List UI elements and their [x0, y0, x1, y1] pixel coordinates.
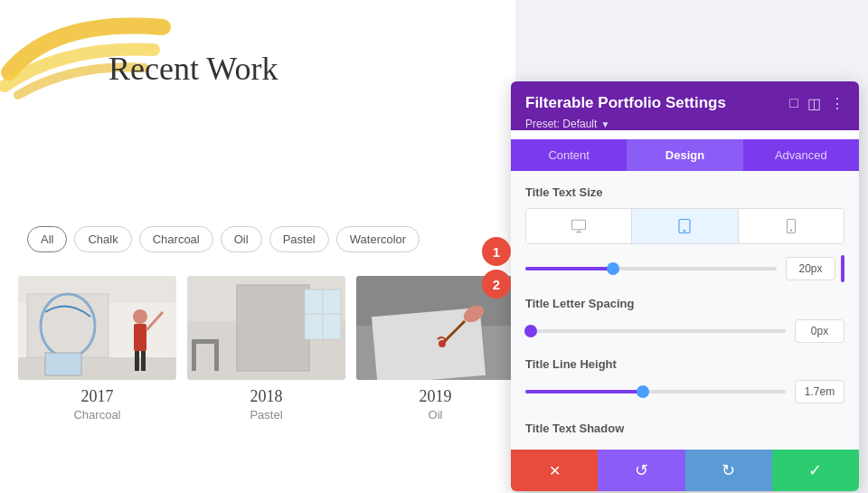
page-title: Recent Work [108, 50, 278, 88]
title-letter-spacing-section: Title Letter Spacing [525, 297, 844, 343]
item-year-2: 2018 [187, 387, 345, 406]
svg-rect-2 [18, 357, 176, 380]
svg-rect-17 [192, 339, 219, 344]
slider-fill [525, 390, 643, 393]
slider-side-indicator [841, 255, 844, 282]
tab-content[interactable]: Content [511, 139, 627, 171]
panel-title: Filterable Portfolio Settings [525, 94, 726, 112]
desktop-device-btn[interactable] [526, 209, 632, 243]
title-text-size-label: Title Text Size [525, 185, 844, 199]
panel-icons: □ ◫ ⋮ [789, 95, 844, 112]
title-text-shadow-label: Title Text Shadow [525, 418, 844, 435]
panel-tabs: Content Design Advanced [511, 139, 859, 171]
tablet-icon [676, 218, 693, 234]
panel-body: Title Text Size [511, 171, 859, 450]
tab-design[interactable]: Design [627, 139, 742, 171]
step-badge-1: 1 [482, 237, 511, 266]
cancel-icon: ✕ [549, 462, 561, 479]
undo-icon: ↺ [635, 460, 648, 480]
slider-thumb[interactable] [524, 325, 537, 337]
item-year-1: 2017 [18, 387, 176, 406]
preset-arrow-icon[interactable]: ▼ [600, 119, 609, 129]
item-category-3: Oil [356, 408, 514, 422]
tablet-device-btn[interactable] [632, 209, 738, 243]
text-size-value[interactable] [786, 257, 835, 280]
portfolio-image-2 [187, 276, 345, 380]
svg-point-32 [790, 230, 792, 232]
text-size-slider[interactable] [525, 267, 777, 270]
filter-tabs: All Chalk Charcoal Oil Pastel Watercolor [27, 226, 420, 252]
list-item: 2019 Oil [356, 276, 514, 422]
portfolio-image-1 [18, 276, 176, 380]
slider-thumb[interactable] [607, 262, 619, 275]
more-icon[interactable]: ⋮ [830, 95, 844, 112]
settings-panel: Filterable Portfolio Settings □ ◫ ⋮ Pres… [511, 81, 859, 491]
svg-rect-10 [45, 353, 81, 375]
tab-advanced[interactable]: Advanced [743, 139, 859, 171]
letter-spacing-value[interactable] [795, 319, 844, 343]
undo-button[interactable]: ↺ [598, 450, 684, 491]
svg-point-25 [439, 340, 446, 347]
slider-thumb[interactable] [637, 385, 649, 398]
list-item: 2018 Pastel [187, 276, 345, 422]
portfolio-grid: 2017 Charcoal [18, 276, 514, 422]
svg-rect-26 [572, 220, 586, 230]
title-line-height-label: Title Line Height [525, 357, 844, 371]
svg-rect-6 [134, 324, 146, 351]
artwork-1 [18, 276, 176, 380]
svg-rect-8 [141, 351, 146, 371]
svg-rect-7 [135, 351, 139, 371]
letter-spacing-slider[interactable] [525, 329, 786, 333]
save-button[interactable]: ✓ [772, 450, 859, 491]
filter-tab-charcoal[interactable]: Charcoal [139, 226, 213, 252]
item-year-3: 2019 [356, 387, 514, 406]
cancel-button[interactable]: ✕ [511, 450, 598, 491]
line-height-slider[interactable] [525, 390, 786, 393]
list-item: 2017 Charcoal [18, 276, 176, 422]
redo-icon: ↻ [722, 460, 735, 480]
panel-header: Filterable Portfolio Settings □ ◫ ⋮ Pres… [511, 81, 859, 130]
save-icon: ✓ [808, 460, 822, 480]
line-height-slider-group [525, 380, 844, 403]
filter-tab-watercolor[interactable]: Watercolor [336, 226, 420, 252]
svg-rect-13 [237, 285, 309, 371]
artwork-2 [187, 276, 345, 380]
text-size-slider-group [525, 255, 844, 282]
panel-footer: ✕ ↺ ↻ ✓ [511, 450, 859, 491]
preset-row: Preset: Default ▼ [525, 118, 844, 130]
letter-spacing-slider-group [525, 319, 844, 343]
step-badge-2: 2 [482, 270, 511, 299]
title-text-size-section: Title Text Size [525, 185, 844, 282]
mobile-icon [783, 218, 799, 234]
fullscreen-icon[interactable]: □ [789, 95, 798, 111]
svg-rect-18 [192, 344, 196, 371]
filter-tab-all[interactable]: All [27, 226, 67, 252]
title-letter-spacing-label: Title Letter Spacing [525, 297, 844, 310]
svg-rect-19 [214, 344, 219, 371]
split-icon[interactable]: ◫ [807, 95, 821, 112]
filter-tab-chalk[interactable]: Chalk [74, 226, 131, 252]
redo-button[interactable]: ↻ [685, 450, 772, 491]
svg-point-5 [133, 309, 147, 324]
device-icons-row [525, 208, 844, 244]
filter-tab-pastel[interactable]: Pastel [269, 226, 329, 252]
mobile-device-btn[interactable] [739, 209, 844, 243]
slider-fill [525, 267, 613, 270]
svg-point-30 [684, 231, 686, 232]
item-category-2: Pastel [187, 408, 345, 422]
line-height-value[interactable] [795, 380, 844, 403]
item-category-1: Charcoal [18, 408, 176, 422]
filter-tab-oil[interactable]: Oil [221, 226, 262, 252]
title-line-height-section: Title Line Height [525, 357, 844, 403]
panel-title-row: Filterable Portfolio Settings □ ◫ ⋮ [525, 94, 844, 112]
portfolio-preview: Recent Work All Chalk Charcoal Oil Paste… [0, 0, 515, 493]
desktop-icon [571, 218, 587, 234]
preset-label: Preset: Default [525, 118, 597, 130]
